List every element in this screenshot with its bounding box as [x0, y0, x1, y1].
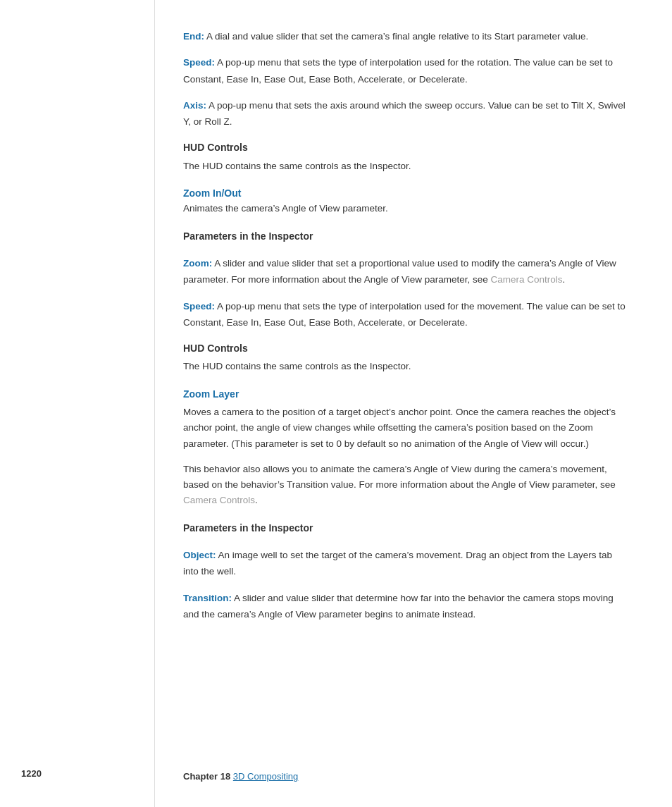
transition-param-text: Transition: A slider and value slider th…	[183, 593, 614, 620]
zoom-inout-link[interactable]: Zoom In/Out	[183, 187, 241, 199]
end-term: End:	[183, 31, 204, 42]
params-inspector-2-heading: Parameters in the Inspector	[183, 520, 630, 536]
page-number: 1220	[21, 768, 42, 779]
zoom-layer-text-1: Moves a camera to the position of a targ…	[183, 405, 630, 452]
zoom-param-term: Zoom:	[183, 258, 212, 269]
left-margin: 1220	[0, 0, 155, 807]
zoom-layer-trailing-2: .	[255, 495, 258, 505]
transition-param-block: Transition: A slider and value slider th…	[183, 590, 630, 623]
zoom-layer-link[interactable]: Zoom Layer	[183, 388, 239, 400]
footer-chapter-link[interactable]: 3D Compositing	[233, 771, 299, 782]
speed-text-1: Speed: A pop-up menu that sets the type …	[183, 57, 613, 84]
content-area: End: A dial and value slider that set th…	[155, 0, 672, 807]
zoom-layer-block: Zoom Layer Moves a camera to the positio…	[183, 386, 630, 509]
footer: Chapter 18 3D Compositing	[155, 771, 672, 782]
zoom-param-link[interactable]: Camera Controls	[491, 274, 563, 285]
axis-text: Axis: A pop-up menu that sets the axis a…	[183, 100, 626, 127]
zoom-layer-text-2: This behavior also allows you to animate…	[183, 462, 630, 509]
object-param-body: An image well to set the target of the c…	[183, 550, 612, 577]
transition-param-term: Transition:	[183, 593, 232, 603]
axis-term: Axis:	[183, 100, 206, 111]
footer-chapter-bold: Chapter 18	[183, 771, 230, 782]
speed-text-2: Speed: A pop-up menu that sets the type …	[183, 301, 626, 328]
axis-block: Axis: A pop-up menu that sets the axis a…	[183, 97, 630, 130]
speed-block-1: Speed: A pop-up menu that sets the type …	[183, 54, 630, 87]
speed-term-2: Speed:	[183, 301, 215, 312]
hud-controls-2-heading: HUD Controls	[183, 340, 630, 356]
footer-chapter-label: Chapter 18 3D Compositing	[183, 771, 298, 782]
speed-body-2: A pop-up menu that sets the type of inte…	[183, 301, 626, 328]
zoom-param-text: Zoom: A slider and value slider that set…	[183, 258, 616, 285]
params-inspector-1-block: Parameters in the Inspector	[183, 228, 630, 244]
zoom-layer-link-2[interactable]: Camera Controls	[183, 495, 255, 505]
hud-controls-1-text: The HUD contains the same controls as th…	[183, 159, 630, 174]
params-inspector-2-block: Parameters in the Inspector	[183, 520, 630, 536]
hud-controls-2-block: HUD Controls The HUD contains the same c…	[183, 340, 630, 375]
object-param-term: Object:	[183, 550, 216, 560]
hud-controls-1-block: HUD Controls The HUD contains the same c…	[183, 140, 630, 174]
end-text: End: A dial and value slider that set th…	[183, 31, 588, 42]
speed-body-1: A pop-up menu that sets the type of inte…	[183, 57, 613, 84]
zoom-param-block: Zoom: A slider and value slider that set…	[183, 255, 630, 288]
object-param-block: Object: An image well to set the target …	[183, 547, 630, 580]
zoom-layer-body-2: This behavior also allows you to animate…	[183, 464, 616, 490]
end-block: End: A dial and value slider that set th…	[183, 28, 630, 44]
object-param-text: Object: An image well to set the target …	[183, 550, 612, 577]
speed-block-2: Speed: A pop-up menu that sets the type …	[183, 298, 630, 331]
transition-param-body: A slider and value slider that determine…	[183, 593, 614, 620]
hud-controls-1-heading: HUD Controls	[183, 140, 630, 155]
params-inspector-1-heading: Parameters in the Inspector	[183, 228, 630, 244]
speed-term-1: Speed:	[183, 57, 215, 68]
hud-controls-2-text: The HUD contains the same controls as th…	[183, 359, 630, 374]
zoom-inout-block: Zoom In/Out Animates the camera’s Angle …	[183, 185, 630, 217]
zoom-param-trailing: .	[563, 274, 566, 285]
end-body: A dial and value slider that set the cam…	[204, 31, 588, 42]
zoom-inout-text: Animates the camera’s Angle of View para…	[183, 201, 630, 216]
axis-body: A pop-up menu that sets the axis around …	[183, 100, 626, 127]
